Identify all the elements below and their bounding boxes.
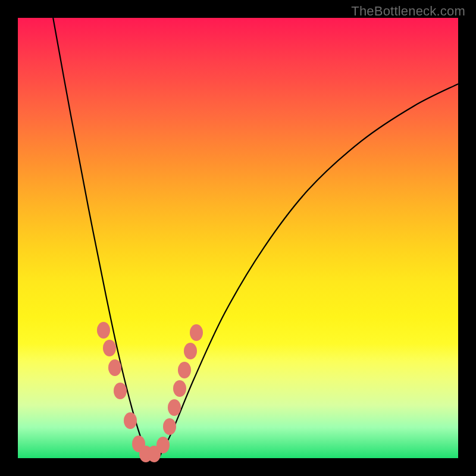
- data-marker: [108, 359, 121, 376]
- data-marker: [163, 418, 176, 435]
- data-marker: [178, 362, 191, 378]
- data-marker: [173, 380, 186, 397]
- watermark-text: TheBottleneck.com: [351, 4, 465, 19]
- data-marker: [124, 412, 137, 429]
- data-marker: [97, 322, 110, 339]
- data-marker: [114, 383, 127, 399]
- curve-left-branch: [53, 18, 150, 458]
- data-marker: [190, 324, 203, 341]
- data-marker: [156, 437, 170, 453]
- plot-area: [18, 18, 458, 458]
- data-marker: [103, 340, 116, 356]
- data-marker: [168, 399, 181, 416]
- curve-svg: [18, 18, 458, 458]
- data-marker: [184, 343, 197, 359]
- outer-frame: TheBottleneck.com: [0, 0, 476, 476]
- curve-right-branch: [159, 84, 458, 458]
